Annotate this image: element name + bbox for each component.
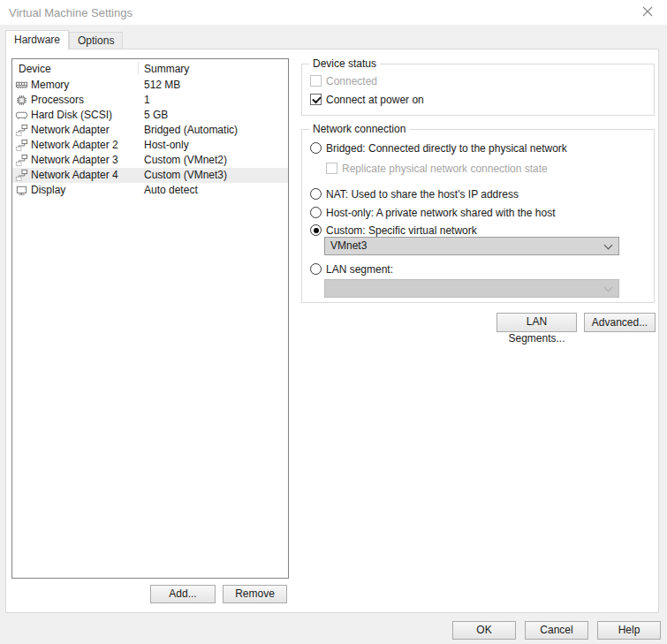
custom-network-dropdown[interactable]: VMnet3 [324,237,619,255]
replicate-checkbox-row: Replicate physical network connection st… [326,162,548,175]
device-summary: 1 [144,93,150,108]
network-icon [15,154,28,167]
bridged-radio-row: Bridged: Connected directly to the physi… [310,141,567,155]
device-name: Memory [31,78,69,93]
bridged-radio[interactable] [310,142,322,154]
device-status-group: Device status Connected Connect at power… [301,64,655,116]
display-icon [15,184,28,197]
advanced-button[interactable]: Advanced... [584,313,656,332]
device-row-network-adapter-3[interactable]: Network Adapter 3Custom (VMnet2) [12,153,288,168]
chevron-down-icon [604,284,613,292]
tab-hardware[interactable]: Hardware [5,30,69,49]
device-name: Network Adapter [31,123,110,138]
device-summary: Custom (VMnet2) [144,153,227,168]
custom-radio[interactable] [310,224,322,236]
network-icon [15,139,28,152]
host-only-radio-row: Host-only: A private network shared with… [310,206,555,219]
device-row-network-adapter-4[interactable]: Network Adapter 4Custom (VMnet3) [12,168,288,183]
custom-network-value: VMnet3 [330,239,367,252]
close-button[interactable] [635,4,660,21]
vm-settings-dialog: Virtual Machine Settings Hardware Option… [0,0,667,644]
network-connection-group: Network connection Bridged: Connected di… [301,129,655,303]
column-header-summary[interactable]: Summary [144,63,189,75]
device-row-network-adapter-2[interactable]: Network Adapter 2Host-only [12,138,288,153]
tab-options[interactable]: Options [69,32,123,49]
replicate-label: Replicate physical network connection st… [342,163,548,175]
device-summary: Host-only [144,138,189,153]
lan-segment-radio[interactable] [310,263,322,275]
chevron-down-icon [604,241,613,250]
ok-button[interactable]: OK [452,621,516,640]
add-button[interactable]: Add... [150,585,216,603]
device-summary: Auto detect [144,183,198,198]
network-icon [15,169,28,182]
device-name: Network Adapter 4 [31,168,118,183]
device-list-header: Device Summary [12,59,288,78]
help-button[interactable]: Help [597,621,661,640]
device-name: Hard Disk (SCSI) [31,108,112,123]
device-summary: Bridged (Automatic) [144,123,238,138]
device-row-display[interactable]: DisplayAuto detect [12,183,288,198]
column-divider [138,62,139,75]
device-name: Processors [31,93,84,108]
custom-label: Custom: Specific virtual network [326,224,477,237]
lan-segment-label: LAN segment: [326,263,393,276]
lan-segments-button[interactable]: LAN Segments... [496,313,577,332]
device-summary: 5 GB [144,108,168,123]
processors-icon [15,94,28,107]
connect-at-power-on-label: Connect at power on [326,94,424,106]
connect-at-power-on-row: Connect at power on [310,93,424,106]
device-rows: Memory512 MBProcessors1Hard Disk (SCSI)5… [12,78,288,198]
connect-at-power-on-checkbox[interactable] [310,94,322,105]
nat-radio-row: NAT: Used to share the host's IP address [310,187,519,201]
nat-radio[interactable] [310,188,322,200]
device-summary: 512 MB [144,78,180,93]
bridged-label: Bridged: Connected directly to the physi… [326,142,567,155]
device-row-memory[interactable]: Memory512 MB [12,78,288,93]
replicate-checkbox [326,163,337,174]
device-row-processors[interactable]: Processors1 [12,93,288,108]
device-name: Network Adapter 3 [31,153,118,168]
device-row-hard-disk-scsi-[interactable]: Hard Disk (SCSI)5 GB [12,108,288,123]
cancel-button[interactable]: Cancel [525,621,588,640]
close-icon [642,6,653,19]
device-status-title: Device status [309,57,380,70]
nat-label: NAT: Used to share the host's IP address [326,188,519,201]
memory-icon [15,79,28,92]
device-list: Device Summary Memory512 MBProcessors1Ha… [11,58,289,579]
device-name: Network Adapter 2 [31,138,118,153]
network-icon [15,124,28,137]
connected-checkbox-row: Connected [310,74,377,87]
connected-label: Connected [326,75,377,87]
lan-segment-radio-row: LAN segment: [310,262,393,276]
hard-disk-icon [15,109,28,122]
host-only-radio[interactable] [310,207,322,218]
custom-radio-row: Custom: Specific virtual network [310,224,477,237]
network-connection-title: Network connection [309,123,409,135]
window-title: Virtual Machine Settings [9,6,133,19]
title-bar: Virtual Machine Settings [0,0,667,25]
remove-button[interactable]: Remove [223,585,287,603]
device-row-network-adapter[interactable]: Network AdapterBridged (Automatic) [12,123,288,138]
connected-checkbox [310,75,322,87]
lan-segment-dropdown [324,279,619,298]
device-summary: Custom (VMnet3) [144,168,227,183]
device-name: Display [31,183,65,198]
tab-strip: Hardware Options [0,25,667,49]
host-only-label: Host-only: A private network shared with… [326,207,555,219]
column-header-device[interactable]: Device [19,63,51,75]
